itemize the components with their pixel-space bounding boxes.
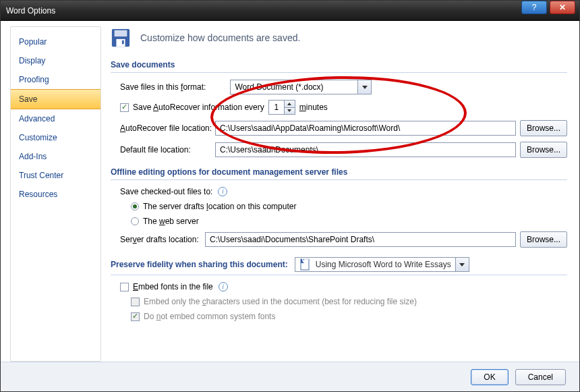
main-panel: Customize how documents are saved. Save …	[101, 21, 579, 362]
sidebar-item-advanced[interactable]: Advanced	[11, 109, 100, 128]
radio-server-drafts-label: The server drafts location on this compu…	[143, 202, 296, 211]
section-preserve-title: Preserve fidelity when sharing this docu…	[111, 260, 288, 269]
window-title: Word Options	[6, 6, 55, 16]
spinner-up[interactable]	[285, 101, 295, 108]
no-embed-common-row: Do not embed common system fonts	[111, 312, 567, 321]
sidebar-item-trustcenter[interactable]: Trust Center	[11, 166, 100, 185]
section-offline-title: Offline editing options for document man…	[111, 165, 567, 180]
default-location-label: Default file location:	[120, 145, 211, 155]
svg-rect-1	[115, 30, 127, 36]
window-controls: ? ✕	[521, 1, 579, 20]
dialog-body: Popular Display Proofing Save Advanced C…	[1, 21, 579, 362]
default-location-row: Default file location: Browse...	[111, 142, 567, 158]
save-format-label: Save files in this format:	[120, 82, 206, 92]
save-icon	[111, 28, 131, 48]
autorecover-label: Save AutoRecover information every	[133, 103, 264, 112]
info-icon[interactable]: i	[218, 187, 227, 196]
save-format-row: Save files in this format: Word Document…	[111, 80, 567, 94]
autorecover-browse-button[interactable]: Browse...	[520, 120, 567, 136]
sidebar-item-save[interactable]: Save	[11, 89, 100, 109]
embed-chars-row: Embed only the characters used in the do…	[111, 297, 567, 306]
section-preserve-title-row: Preserve fidelity when sharing this docu…	[111, 254, 567, 275]
chevron-down-icon[interactable]	[358, 80, 372, 94]
section-save-title: Save documents	[111, 57, 567, 73]
no-embed-common-checkbox	[131, 312, 140, 321]
help-button[interactable]: ?	[521, 1, 547, 14]
page-title: Customize how documents are saved.	[140, 32, 300, 43]
autorecover-location-input[interactable]	[215, 121, 516, 136]
sidebar-item-popular[interactable]: Popular	[11, 32, 100, 51]
page-header: Customize how documents are saved.	[111, 28, 567, 48]
word-options-window: Word Options ? ✕ Popular Display Proofin…	[0, 0, 580, 392]
autorecover-checkbox[interactable]	[120, 103, 129, 112]
sidebar-item-display[interactable]: Display	[11, 51, 100, 70]
word-document-icon: W	[299, 258, 312, 271]
radio-web-server[interactable]	[131, 217, 139, 225]
spinner-down[interactable]	[285, 108, 295, 115]
server-drafts-location-input[interactable]	[205, 232, 516, 247]
preserve-document-combo[interactable]: W Using Microsoft Word to Write Essays	[295, 257, 469, 272]
embed-chars-checkbox	[131, 298, 140, 306]
embed-fonts-row: Embed fonts in the file i	[111, 282, 567, 291]
no-embed-common-label: Do not embed common system fonts	[144, 312, 275, 321]
info-icon[interactable]: i	[219, 282, 228, 291]
cancel-button[interactable]: Cancel	[515, 369, 566, 385]
autorecover-location-label: AutoRecover file location:	[120, 123, 211, 133]
sidebar-item-addins[interactable]: Add-Ins	[11, 147, 100, 166]
svg-rect-3	[122, 40, 124, 45]
save-format-combo[interactable]: Word Document (*.docx)	[230, 80, 372, 94]
server-drafts-location-label: Server drafts location:	[120, 235, 201, 244]
chevron-down-icon[interactable]	[456, 257, 469, 272]
svg-text:W: W	[301, 258, 310, 264]
radio-server-drafts-row: The server drafts location on this compu…	[111, 202, 567, 211]
autorecover-minutes-spinner[interactable]	[268, 100, 295, 115]
default-location-input[interactable]	[215, 142, 516, 157]
save-checked-out-label: Save checked-out files to:	[120, 187, 212, 196]
server-drafts-location-row: Server drafts location: Browse...	[111, 231, 567, 248]
embed-fonts-label: Embed fonts in the file	[133, 282, 213, 291]
radio-web-server-row: The web server	[111, 217, 567, 226]
dialog-footer: OK Cancel	[1, 362, 579, 391]
default-browse-button[interactable]: Browse...	[520, 142, 567, 158]
embed-chars-label: Embed only the characters used in the do…	[144, 297, 417, 306]
radio-server-drafts[interactable]	[131, 202, 139, 211]
minutes-label: minutes	[299, 103, 328, 112]
sidebar: Popular Display Proofing Save Advanced C…	[10, 26, 101, 362]
autorecover-row: Save AutoRecover information every minut…	[111, 100, 567, 115]
autorecover-location-row: AutoRecover file location: Browse...	[111, 120, 567, 136]
radio-web-server-label: The web server	[143, 217, 199, 226]
drafts-browse-button[interactable]: Browse...	[520, 231, 567, 248]
save-checked-out-label-row: Save checked-out files to: i	[111, 187, 567, 196]
autorecover-minutes-input[interactable]	[269, 101, 284, 114]
close-button[interactable]: ✕	[550, 1, 575, 14]
sidebar-item-resources[interactable]: Resources	[11, 185, 100, 204]
ok-button[interactable]: OK	[471, 369, 508, 385]
embed-fonts-checkbox[interactable]	[120, 283, 129, 291]
titlebar: Word Options ? ✕	[1, 1, 579, 21]
sidebar-item-customize[interactable]: Customize	[11, 128, 100, 147]
sidebar-item-proofing[interactable]: Proofing	[11, 70, 100, 89]
